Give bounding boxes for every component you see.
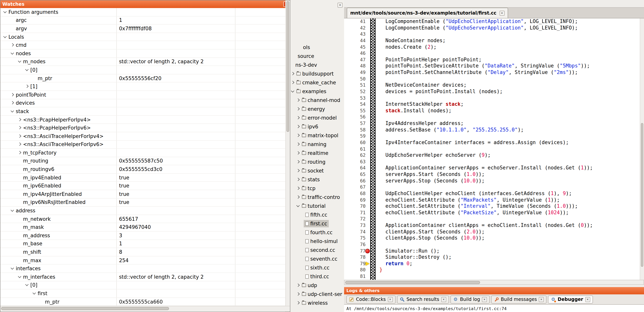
watch-row[interactable]: m_ipv6NsRsJitterEnabledtrue xyxy=(0,198,290,207)
expand-icon[interactable] xyxy=(10,92,15,97)
code-line[interactable]: 65 serverApps.Start (Seconds (1.0)); xyxy=(344,171,644,178)
collapse-icon[interactable] xyxy=(24,67,30,72)
tree-item[interactable]: sixth.cc xyxy=(290,263,344,272)
collapse-icon[interactable] xyxy=(3,9,8,14)
collapse-icon[interactable] xyxy=(10,266,15,271)
log-tab-build-log[interactable]: ⚙Build log✕ xyxy=(450,295,490,303)
expand-icon[interactable] xyxy=(296,107,301,112)
watch-row[interactable]: m_ipv6Enabledtrue xyxy=(0,182,290,190)
collapse-icon[interactable] xyxy=(10,208,15,213)
watch-row[interactable]: m_routingv60x5555555cd3c0 xyxy=(0,165,290,174)
watch-row[interactable]: m_interfacesstd::vector of length 2, cap… xyxy=(0,273,290,281)
tree-item[interactable]: third.cc xyxy=(290,272,344,281)
code-line[interactable]: 70 echoClient.SetAttribute ("Interval", … xyxy=(344,203,644,209)
watch-row[interactable]: m_ipv4Enabledtrue xyxy=(0,174,290,182)
watch-row[interactable]: nodes xyxy=(0,49,290,58)
expand-icon[interactable] xyxy=(17,134,22,139)
tree-item[interactable]: ols xyxy=(290,43,344,52)
expand-icon[interactable] xyxy=(17,117,22,122)
watch-row[interactable]: m_base1 xyxy=(0,240,290,248)
code-line[interactable]: 72 xyxy=(344,216,644,222)
watches-h-scrollbar[interactable] xyxy=(0,306,290,311)
code-line[interactable]: 80} xyxy=(344,267,644,273)
code-line[interactable]: 51 NetDeviceContainer devices; xyxy=(344,82,644,89)
tree-item[interactable]: udp-client-ser xyxy=(290,290,344,299)
log-tab-search-results[interactable]: Search results✕ xyxy=(397,295,449,303)
code-line[interactable]: 44 NodeContainer nodes; xyxy=(344,37,644,44)
expand-icon[interactable] xyxy=(296,195,301,200)
code-line[interactable]: 59 xyxy=(344,133,644,140)
code-line[interactable]: 76 xyxy=(344,241,644,248)
expand-icon[interactable] xyxy=(296,115,301,120)
tree-item[interactable]: routing xyxy=(290,157,344,166)
watch-row[interactable]: m_network655617 xyxy=(0,215,290,223)
code-line[interactable]: 46 xyxy=(344,50,644,57)
expand-icon[interactable] xyxy=(296,292,301,297)
code-line[interactable]: 53 xyxy=(344,95,644,101)
collapse-icon[interactable] xyxy=(24,283,30,288)
expand-icon[interactable] xyxy=(17,142,22,147)
tree-item[interactable]: stats xyxy=(290,175,344,184)
expand-icon[interactable] xyxy=(10,42,15,47)
close-icon[interactable]: ✕ xyxy=(585,297,590,302)
code-line[interactable]: 68 UdpEchoClientHelper echoClient (inter… xyxy=(344,190,644,197)
expand-icon[interactable] xyxy=(296,168,301,173)
scrollbar-thumb[interactable] xyxy=(641,123,643,267)
tree-item[interactable]: seventh.cc xyxy=(290,255,344,263)
expand-icon[interactable] xyxy=(296,186,301,191)
code-line[interactable]: 42 LogComponentEnable ("UdpEchoServerApp… xyxy=(344,25,644,31)
watch-row[interactable]: <ns3::AsciiTraceHelperForIpv4> xyxy=(0,132,290,141)
close-icon[interactable]: ✕ xyxy=(539,297,544,302)
tree-item[interactable]: examples xyxy=(290,87,344,96)
watch-row[interactable]: m_ptr0x5555555ca660 xyxy=(0,298,290,306)
expand-icon[interactable] xyxy=(10,101,15,106)
watch-row[interactable]: address xyxy=(0,207,290,215)
watch-row[interactable]: Locals xyxy=(0,33,290,41)
tree-item[interactable]: ns-3-dev xyxy=(290,61,344,69)
tree-item[interactable]: tutorial xyxy=(290,202,344,210)
editor-v-scrollbar[interactable] xyxy=(640,18,644,280)
close-icon[interactable]: ✕ xyxy=(338,2,342,7)
code-line[interactable]: 66 serverApps.Stop (Seconds (10.0)); xyxy=(344,178,644,184)
breakpoint-icon[interactable] xyxy=(365,249,370,253)
code-line[interactable]: 43 xyxy=(344,31,644,37)
tree-item[interactable]: fourth.cc xyxy=(290,228,344,237)
watch-row[interactable]: m_routing0x555555587c50 xyxy=(0,157,290,165)
code-line[interactable]: 54 InternetStackHelper stack; xyxy=(344,101,644,108)
expand-icon[interactable] xyxy=(290,80,295,85)
expand-icon[interactable] xyxy=(296,301,301,306)
close-icon[interactable]: ✕ xyxy=(500,10,504,15)
expand-icon[interactable] xyxy=(296,151,301,156)
watch-row[interactable]: first xyxy=(0,289,290,298)
watch-row[interactable]: m_mask4294967040 xyxy=(0,223,290,232)
watch-row[interactable]: m_address3 xyxy=(0,232,290,240)
tree-item[interactable]: cmake_cache xyxy=(290,78,344,87)
code-line[interactable]: 67 xyxy=(344,184,644,190)
tree-item[interactable]: channel-mod xyxy=(290,96,344,105)
code-line[interactable]: 75 clientApps.Stop (Seconds (10.0)); xyxy=(344,235,644,241)
watch-row[interactable]: pointToPoint xyxy=(0,91,290,99)
tree-item[interactable]: first.cc xyxy=(290,219,344,228)
code-line[interactable]: 71 echoClient.SetAttribute ("PacketSize"… xyxy=(344,210,644,216)
tree-item[interactable]: ipv6 xyxy=(290,122,344,131)
watch-row[interactable]: [0] xyxy=(0,281,290,289)
scrollbar-thumb[interactable] xyxy=(1,307,169,310)
expand-icon[interactable] xyxy=(296,142,301,147)
log-tab-build-messages[interactable]: Build messages✕ xyxy=(491,295,546,303)
code-line[interactable]: 45 nodes.Create (2); xyxy=(344,44,644,50)
close-icon[interactable]: ✕ xyxy=(388,297,393,302)
tree-item[interactable]: energy xyxy=(290,105,344,114)
expand-icon[interactable] xyxy=(290,71,295,76)
watch-row[interactable]: m_ptr0x55555556cf20 xyxy=(0,74,290,83)
watch-row[interactable]: devices xyxy=(0,99,290,107)
collapse-icon[interactable] xyxy=(3,34,8,39)
watch-row[interactable]: [0] xyxy=(0,66,290,74)
code-line[interactable]: 61 xyxy=(344,146,644,152)
watch-row[interactable]: m_ipv4ArpJitterEnabledtrue xyxy=(0,190,290,198)
code-line[interactable]: 48 pointToPoint.SetDeviceAttribute ("Dat… xyxy=(344,63,644,69)
collapse-icon[interactable] xyxy=(296,203,301,208)
tree-item[interactable]: udp xyxy=(290,281,344,290)
watch-row[interactable]: m_nodesstd::vector of length 2, capacity… xyxy=(0,58,290,66)
watch-row[interactable]: m_shift8 xyxy=(0,248,290,256)
editor-tab[interactable]: mnt/dev/tools/source/ns-3-dev/examples/t… xyxy=(347,8,508,18)
